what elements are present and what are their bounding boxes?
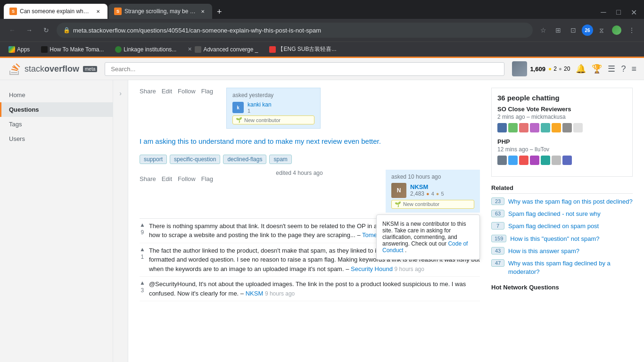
flag-link-top[interactable]: Flag bbox=[201, 88, 213, 129]
user-avatar-button[interactable] bbox=[610, 24, 623, 37]
comment-1-upvote[interactable]: ▲ bbox=[140, 222, 145, 228]
related-link-6[interactable]: Why was this spam flag declined by a mod… bbox=[508, 259, 633, 276]
main-layout: Home Questions Tags Users › bbox=[0, 80, 644, 362]
cast-button[interactable]: ⊞ bbox=[552, 24, 565, 37]
chat-avatar-2-1 bbox=[497, 156, 507, 165]
bookmark-advanced[interactable]: ✕ Advanced converge _ bbox=[185, 45, 261, 54]
flag-link-bottom[interactable]: Flag bbox=[201, 175, 213, 182]
reload-button[interactable]: ↻ bbox=[40, 24, 53, 37]
menu-button[interactable]: ⋮ bbox=[625, 24, 638, 37]
sidebar-item-home[interactable]: Home bbox=[0, 88, 113, 102]
follow-link-top[interactable]: Follow bbox=[178, 88, 196, 129]
comment-2-user[interactable]: Security Hound bbox=[351, 265, 393, 272]
chat-room-1-name[interactable]: SO Close Vote Reviewers bbox=[497, 106, 627, 113]
address-bar[interactable]: 🔒 meta.stackoverflow.com/questions/40554… bbox=[57, 23, 533, 38]
chrome-profile[interactable]: 26 bbox=[582, 25, 593, 36]
tab-1[interactable]: S Can someone explain why this p... ✕ bbox=[4, 4, 107, 19]
bookmark-apps[interactable]: Apps bbox=[6, 45, 33, 54]
related-link-1[interactable]: Why was the spam flag on this post decli… bbox=[508, 197, 633, 206]
comment-3-body: @SecurityHound, It's not about the uploa… bbox=[149, 280, 466, 297]
chat-avatar-1-5 bbox=[541, 123, 550, 132]
help-icon[interactable]: ? bbox=[621, 64, 626, 74]
chat-avatar-1-6 bbox=[552, 123, 561, 132]
bookmark-eng[interactable]: 【ENG SUB古装轻喜... bbox=[266, 44, 339, 54]
minimize-button[interactable]: ─ bbox=[597, 6, 610, 19]
author-avatar: N bbox=[391, 183, 406, 198]
related-item-1: 23 Why was the spam flag on this post de… bbox=[491, 197, 633, 206]
page-content: stackoverflow meta 1,609 ● 2 ● 20 🔔 bbox=[0, 57, 644, 362]
search-container bbox=[105, 62, 504, 76]
gold-badge-count: 2 bbox=[553, 66, 557, 72]
tab-1-close[interactable]: ✕ bbox=[94, 8, 102, 15]
edit-link-bottom[interactable]: Edit bbox=[162, 175, 172, 182]
achievements-icon[interactable]: 🏆 bbox=[592, 64, 602, 74]
maximize-button[interactable]: □ bbox=[612, 6, 625, 19]
tag-support[interactable]: support bbox=[140, 155, 167, 164]
comment-3-user[interactable]: NKSM bbox=[246, 290, 264, 297]
chat-room-1: SO Close Vote Reviewers 2 mins ago – mic… bbox=[497, 106, 627, 132]
related-item-4: 159 How is this "question" not spam? bbox=[491, 235, 633, 243]
new-tab-button[interactable]: + bbox=[213, 5, 226, 19]
eng-favicon bbox=[269, 46, 276, 53]
author-bronze-icon: ● bbox=[426, 191, 429, 197]
related-score-6: 47 bbox=[491, 259, 504, 267]
follow-link-bottom[interactable]: Follow bbox=[178, 175, 196, 182]
tab-2[interactable]: S Strange scrolling, may be a bug... ✕ bbox=[108, 4, 212, 19]
new-contrib-label-top: New contributor bbox=[244, 117, 281, 123]
chat-avatar-2-7 bbox=[562, 156, 572, 165]
so-header: stackoverflow meta 1,609 ● 2 ● 20 🔔 bbox=[0, 57, 644, 80]
chat-avatar-2-2 bbox=[508, 156, 518, 165]
comment-3-upvote[interactable]: ▲ bbox=[140, 280, 145, 286]
bookmark-linkage[interactable]: Linkage institutions... bbox=[112, 45, 179, 54]
related-link-5[interactable]: How is this answer spam? bbox=[508, 247, 579, 255]
bookmark-button[interactable]: ☆ bbox=[537, 24, 550, 37]
share-link-bottom[interactable]: Share bbox=[140, 175, 156, 182]
back-button[interactable]: ← bbox=[6, 24, 19, 37]
extensions-button[interactable]: ⧖ bbox=[595, 24, 608, 37]
chat-avatar-2-5 bbox=[541, 156, 550, 165]
chat-room-2-name[interactable]: PHP bbox=[497, 138, 627, 145]
user-link-top[interactable]: kanki kan bbox=[248, 101, 272, 108]
sidebar-toggle[interactable]: › bbox=[113, 80, 128, 362]
chat-box: 36 people chatting SO Close Vote Reviewe… bbox=[491, 88, 633, 177]
review-icon[interactable]: ☰ bbox=[608, 64, 615, 74]
sidebar-item-questions[interactable]: Questions bbox=[0, 102, 113, 117]
chat-avatar-1-7 bbox=[562, 123, 572, 132]
tag-specific-question[interactable]: specific-question bbox=[170, 155, 220, 164]
edit-link-top[interactable]: Edit bbox=[162, 88, 172, 129]
forward-button[interactable]: → bbox=[23, 24, 36, 37]
user-avatar-sm-top: k bbox=[232, 102, 244, 113]
hamburger-icon[interactable]: ≡ bbox=[631, 64, 636, 74]
tag-spam[interactable]: spam bbox=[269, 155, 291, 164]
gold-badge: ● bbox=[548, 66, 552, 72]
tab-2-close[interactable]: ✕ bbox=[199, 8, 206, 15]
sidebar-item-users[interactable]: Users bbox=[0, 132, 113, 146]
new-contributor-badge-top: 🌱 New contributor bbox=[232, 115, 314, 124]
chat-avatar-2-6 bbox=[552, 156, 561, 165]
related-score-4: 159 bbox=[491, 235, 506, 242]
chat-room-1-meta: 2 mins ago – mickmackusa bbox=[497, 114, 627, 120]
apps-favicon bbox=[8, 46, 15, 53]
close-button[interactable]: ✕ bbox=[627, 6, 640, 19]
share-link-top[interactable]: Share bbox=[140, 88, 156, 129]
so-logo: stackoverflow meta bbox=[8, 62, 97, 76]
comment-2-upvote[interactable]: ▲ bbox=[140, 246, 145, 253]
tooltip-suffix: . bbox=[405, 247, 406, 254]
user-rep-top: 1 bbox=[248, 108, 272, 114]
author-tooltip: NKSM is a new contributor to this site. … bbox=[376, 214, 480, 260]
bookmark-how-label: How To Make Toma... bbox=[50, 46, 104, 53]
sidebar-item-tags[interactable]: Tags bbox=[0, 117, 113, 132]
silver-badge-count: 20 bbox=[564, 66, 570, 72]
tag-declined-flags[interactable]: declined-flags bbox=[223, 155, 266, 164]
bookmark-how[interactable]: How To Make Toma... bbox=[38, 45, 107, 54]
chat-avatar-1-8 bbox=[573, 123, 583, 132]
related-link-2[interactable]: Spam flag declined - not sure why bbox=[508, 210, 601, 218]
related-link-3[interactable]: Spam flag declined on spam post bbox=[508, 222, 599, 230]
chat-room-2-avatars bbox=[497, 156, 627, 165]
author-name-link[interactable]: NKSM bbox=[410, 183, 428, 190]
profile-switch-button[interactable]: ⊡ bbox=[567, 24, 580, 37]
inbox-icon[interactable]: 🔔 bbox=[576, 64, 586, 74]
comment-2-time: 9 hours ago bbox=[395, 266, 424, 272]
related-link-4[interactable]: How is this "question" not spam? bbox=[510, 235, 599, 243]
search-input[interactable] bbox=[105, 62, 504, 76]
